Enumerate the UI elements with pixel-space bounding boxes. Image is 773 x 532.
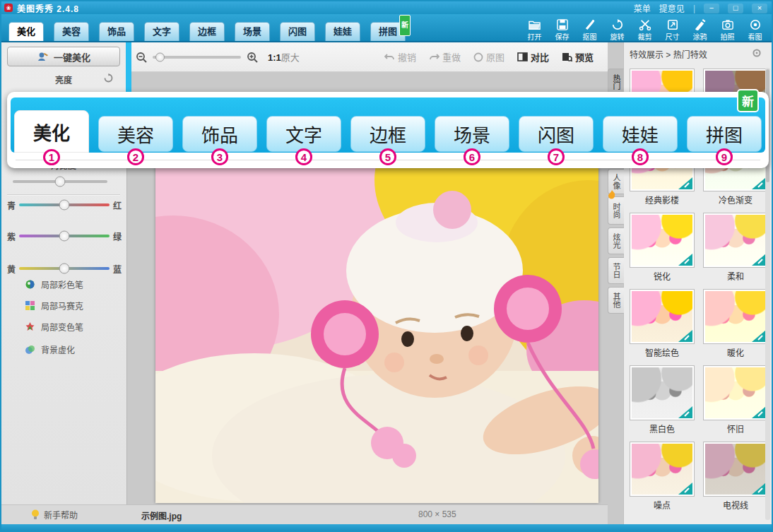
tab-changjing[interactable]: 场景 bbox=[235, 22, 270, 41]
step-number-3: 3 bbox=[211, 148, 228, 165]
camera-button[interactable]: 拍照 bbox=[714, 19, 741, 42]
tab-wenzi[interactable]: 文字 bbox=[144, 22, 179, 41]
preview-icon bbox=[562, 52, 572, 61]
resize-button[interactable]: 尺寸 bbox=[659, 19, 686, 42]
local-recolor-pen-button[interactable]: 局部变色笔 bbox=[25, 319, 83, 333]
lightbulb-icon bbox=[31, 509, 40, 520]
original-button[interactable]: 原图 bbox=[473, 50, 504, 64]
overlay-tab-wawa[interactable]: 娃娃 8 bbox=[603, 97, 678, 165]
yellow-blue-slider[interactable] bbox=[19, 267, 110, 270]
newbie-help-button[interactable]: 新手帮助 bbox=[31, 509, 78, 521]
background-blur-button[interactable]: 背景虚化 bbox=[25, 342, 75, 356]
window-bottom-frame bbox=[1, 524, 772, 532]
contrast-slider[interactable] bbox=[13, 176, 107, 187]
tab-meihua[interactable]: 美化 bbox=[8, 22, 44, 41]
blur-drop-icon bbox=[25, 344, 35, 355]
brightness-label: 亮度 bbox=[55, 73, 72, 85]
open-folder-icon bbox=[529, 19, 541, 30]
rotate-button[interactable]: 旋转 bbox=[603, 19, 631, 42]
tab-biankuang[interactable]: 边框 bbox=[189, 22, 225, 41]
zoom-in-icon[interactable] bbox=[247, 52, 258, 63]
slider-knob[interactable] bbox=[55, 177, 66, 187]
view-button[interactable]: 看图 bbox=[741, 19, 769, 42]
new-badge: 新 bbox=[737, 89, 759, 112]
feedback-button[interactable]: 提意见 bbox=[659, 2, 685, 14]
open-button[interactable]: 打开 bbox=[521, 19, 548, 42]
effect-item-warm[interactable]: 暖化 bbox=[700, 289, 771, 358]
redo-button[interactable]: 重做 bbox=[429, 50, 461, 64]
cutout-button[interactable]: 抠图 bbox=[576, 19, 603, 42]
effect-item-tv-lines[interactable]: 电视线 bbox=[700, 442, 771, 511]
gear-icon[interactable] bbox=[752, 48, 762, 61]
doodle-button[interactable]: 涂鸦 bbox=[686, 19, 714, 42]
save-button[interactable]: 保存 bbox=[548, 19, 576, 42]
local-color-pen-button[interactable]: 局部彩色笔 bbox=[25, 277, 83, 291]
purple-green-slider[interactable] bbox=[19, 235, 110, 237]
step-number-4: 4 bbox=[295, 148, 312, 165]
local-mosaic-button[interactable]: 局部马赛克 bbox=[25, 298, 83, 312]
adjustable-pen-badge-icon bbox=[752, 406, 766, 418]
category-tab-glow[interactable]: 炫光 bbox=[608, 227, 624, 254]
undo-button[interactable]: 撤销 bbox=[384, 50, 416, 64]
zoom-knob[interactable] bbox=[155, 52, 165, 61]
category-tab-fashion[interactable]: 时尚 bbox=[608, 196, 624, 225]
adjustable-pen-badge-icon bbox=[752, 177, 766, 189]
overlay-tab-meihua[interactable]: 美化 1 bbox=[14, 97, 89, 165]
one-click-beautify-button[interactable]: 一键美化 bbox=[7, 47, 120, 66]
cyan-red-slider[interactable] bbox=[19, 203, 110, 206]
crop-button[interactable]: 裁剪 bbox=[631, 19, 659, 42]
tab-meirong[interactable]: 美容 bbox=[54, 22, 89, 41]
overlay-tab-shantu[interactable]: 闪图 7 bbox=[519, 97, 594, 165]
effect-item-smart-color[interactable]: 智能绘色 bbox=[627, 289, 697, 358]
view-image-icon bbox=[749, 19, 762, 30]
step-number-1: 1 bbox=[43, 149, 60, 165]
reset-icon[interactable] bbox=[104, 73, 113, 85]
overlay-tab-changjing[interactable]: 场景 6 bbox=[435, 97, 509, 165]
menu-button[interactable]: 菜单 bbox=[634, 2, 651, 14]
brightness-row: 亮度 bbox=[7, 73, 120, 85]
save-icon bbox=[556, 19, 569, 30]
redo-icon bbox=[429, 53, 439, 61]
maximize-button[interactable]: □ bbox=[728, 4, 743, 13]
open-filename: 示例图.jpg bbox=[141, 509, 182, 521]
cutout-pen-icon bbox=[584, 19, 596, 30]
camera-icon bbox=[721, 19, 734, 30]
slider-knob[interactable] bbox=[59, 200, 70, 211]
effect-item-black-white[interactable]: 黑白色 bbox=[627, 365, 697, 435]
new-badge: 新 bbox=[399, 15, 411, 36]
overlay-tab-biankuang[interactable]: 边框 5 bbox=[350, 97, 425, 165]
tab-shantu[interactable]: 闪图 bbox=[280, 22, 315, 41]
window-title: 美图秀秀 2.4.8 bbox=[17, 2, 79, 14]
main-tab-row: 美化 美容 饰品 文字 边框 场景 闪图 娃娃 拼图 新 bbox=[8, 22, 406, 41]
tab-pintu[interactable]: 拼图 新 bbox=[370, 22, 406, 41]
color-pen-icon bbox=[25, 279, 35, 290]
preview-button[interactable]: 预览 bbox=[562, 50, 594, 64]
overlay-tab-meirong[interactable]: 美容 2 bbox=[98, 97, 173, 165]
baby-photo[interactable] bbox=[155, 117, 598, 503]
step-number-9: 9 bbox=[716, 148, 733, 165]
overlay-tab-shipin[interactable]: 饰品 3 bbox=[182, 97, 257, 165]
effect-item-nostalgic[interactable]: 怀旧 bbox=[700, 365, 771, 435]
close-button[interactable]: × bbox=[752, 4, 767, 13]
title-bar: ❀ 美图秀秀 2.4.8 菜单 提意见 | − □ × bbox=[1, 1, 772, 14]
minimize-button[interactable]: − bbox=[704, 4, 719, 13]
slider-knob[interactable] bbox=[59, 264, 70, 274]
zoom-slider[interactable] bbox=[153, 56, 241, 59]
effect-item-noise[interactable]: 噪点 bbox=[627, 442, 697, 511]
compare-button[interactable]: 对比 bbox=[517, 50, 549, 64]
overlay-tab-wenzi[interactable]: 文字 4 bbox=[266, 97, 341, 165]
zoom-out-icon[interactable] bbox=[136, 52, 147, 63]
recolor-pen-icon bbox=[25, 321, 35, 332]
effect-item-soft[interactable]: 柔和 bbox=[700, 213, 771, 282]
top-toolbar: 打开 保存 抠图 旋转 裁剪 尺寸 涂鸦 拍照 bbox=[521, 19, 769, 42]
canvas-toolbar: 1:1原大 撤销 重做 原图 对比 bbox=[127, 42, 608, 72]
adjustable-pen-badge-icon bbox=[678, 483, 692, 495]
tab-wawa[interactable]: 娃娃 bbox=[325, 22, 360, 41]
category-tab-other[interactable]: 其他 bbox=[608, 287, 624, 314]
slider-knob[interactable] bbox=[59, 231, 70, 242]
step-number-5: 5 bbox=[379, 148, 396, 165]
tab-shipin[interactable]: 饰品 bbox=[99, 22, 134, 41]
effect-item-sharpen[interactable]: 锐化 bbox=[627, 213, 697, 282]
category-tab-festival[interactable]: 节日 bbox=[608, 257, 624, 284]
cyan-red-slider-row: 青 红 bbox=[7, 199, 122, 211]
